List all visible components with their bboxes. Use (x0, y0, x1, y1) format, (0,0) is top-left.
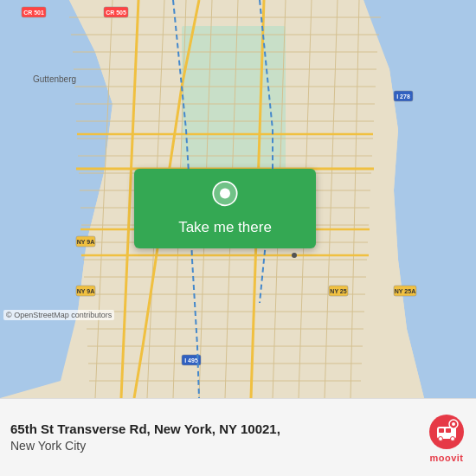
take-me-there-label: Take me there (178, 219, 272, 236)
svg-rect-71 (446, 428, 451, 433)
svg-text:Guttenberg: Guttenberg (33, 74, 76, 84)
address-line1: 65th St Transverse Rd, New York, NY 1002… (10, 420, 419, 438)
take-me-there-button[interactable]: Take me there (134, 169, 316, 248)
bottom-bar: 65th St Transverse Rd, New York, NY 1002… (0, 398, 476, 476)
svg-point-75 (452, 422, 455, 426)
svg-text:NY 25: NY 25 (330, 288, 346, 294)
moovit-text: moovit (429, 453, 463, 463)
svg-text:NY 25A: NY 25A (395, 288, 415, 294)
svg-point-73 (451, 436, 455, 441)
svg-rect-70 (439, 428, 444, 433)
address-info: 65th St Transverse Rd, New York, NY 1002… (10, 420, 419, 455)
map-container: NY 9A NY 9A CR 501 CR 505 I 278 NY 25 NY… (0, 0, 476, 398)
svg-text:I 495: I 495 (184, 357, 198, 363)
moovit-logo: moovit (428, 413, 466, 463)
copyright-text: © OpenStreetMap contributors (3, 310, 114, 320)
moovit-icon (428, 413, 466, 451)
svg-point-65 (292, 253, 297, 258)
svg-text:CR 505: CR 505 (106, 10, 126, 16)
address-line2: New York City (10, 438, 419, 455)
svg-text:CR 501: CR 501 (23, 10, 44, 16)
svg-text:NY 9A: NY 9A (77, 288, 95, 294)
svg-point-72 (439, 436, 443, 441)
location-pin-icon (209, 181, 241, 212)
svg-text:NY 9A: NY 9A (77, 239, 95, 245)
svg-text:I 278: I 278 (396, 93, 410, 100)
